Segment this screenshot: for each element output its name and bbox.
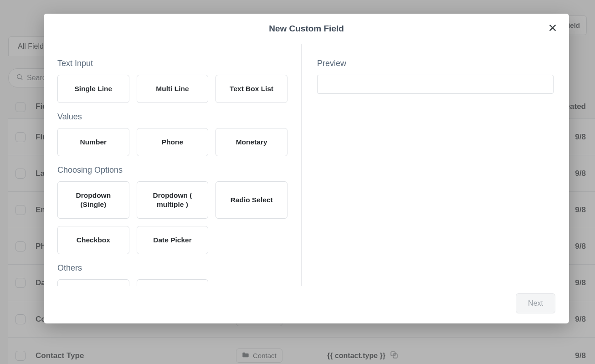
created-date: 9/8 [573,242,588,251]
created-date: 9/8 [573,315,588,324]
svg-line-4 [21,78,22,80]
new-custom-field-modal: New Custom Field Text Input Single Line … [44,14,569,323]
option-multi-line[interactable]: Multi Line [137,75,209,103]
row-checkbox[interactable] [15,278,26,288]
modal-footer: Next [44,286,569,323]
copy-icon[interactable] [390,351,398,361]
option-number[interactable]: Number [57,128,129,156]
select-all-checkbox[interactable] [15,102,26,112]
option-text-box-list[interactable]: Text Box List [215,75,287,103]
table-row: Contact TypeContact{{ contact.type }}9/8 [8,337,595,364]
preview-pane: Preview [302,44,569,286]
folder-badge[interactable]: Contact [236,349,282,363]
created-date: 9/8 [573,133,588,142]
option-radio-select[interactable]: Radio Select [215,181,287,219]
option-monetary[interactable]: Monetary [215,128,287,156]
folder-icon [242,352,249,359]
search-icon [16,73,23,82]
row-checkbox[interactable] [15,351,26,361]
field-name: Contact Type [36,351,236,360]
option-signature[interactable]: Signature [137,279,209,286]
option-phone[interactable]: Phone [137,128,209,156]
created-date: 9/8 [573,169,588,178]
section-choosing-options: Choosing Options [57,165,287,175]
created-date: 9/8 [573,205,588,215]
next-button[interactable]: Next [516,293,555,313]
row-checkbox[interactable] [15,132,26,142]
modal-body: Text Input Single Line Multi Line Text B… [44,44,569,286]
option-single-line[interactable]: Single Line [57,75,129,103]
row-checkbox[interactable] [15,205,26,215]
field-key: {{ contact.type }} [327,351,573,361]
row-checkbox[interactable] [15,241,26,251]
row-checkbox[interactable] [15,314,26,324]
section-values: Values [57,112,287,122]
close-icon [548,23,558,35]
section-others: Others [57,263,287,273]
preview-input[interactable] [317,75,554,94]
field-type-pane: Text Input Single Line Multi Line Text B… [44,44,302,286]
modal-header: New Custom Field [44,14,569,44]
svg-rect-18 [391,352,395,356]
modal-title: New Custom Field [269,24,344,34]
option-dropdown-single[interactable]: Dropdown (Single) [57,181,129,219]
section-text-input: Text Input [57,59,287,68]
svg-point-3 [17,75,21,79]
modal-scroll-area[interactable]: Text Input Single Line Multi Line Text B… [44,44,569,286]
option-date-picker[interactable]: Date Picker [137,226,209,254]
created-date: 9/8 [573,278,588,287]
row-checkbox[interactable] [15,169,26,179]
modal-close-button[interactable] [546,22,559,35]
preview-label: Preview [317,59,554,68]
svg-rect-17 [393,354,397,358]
option-file-upload[interactable]: File Upload [57,279,129,286]
option-checkbox[interactable]: Checkbox [57,226,129,254]
option-dropdown-multiple[interactable]: Dropdown ( multiple ) [137,181,209,219]
created-date: 9/8 [573,351,588,360]
folder-label: Contact [253,352,277,359]
